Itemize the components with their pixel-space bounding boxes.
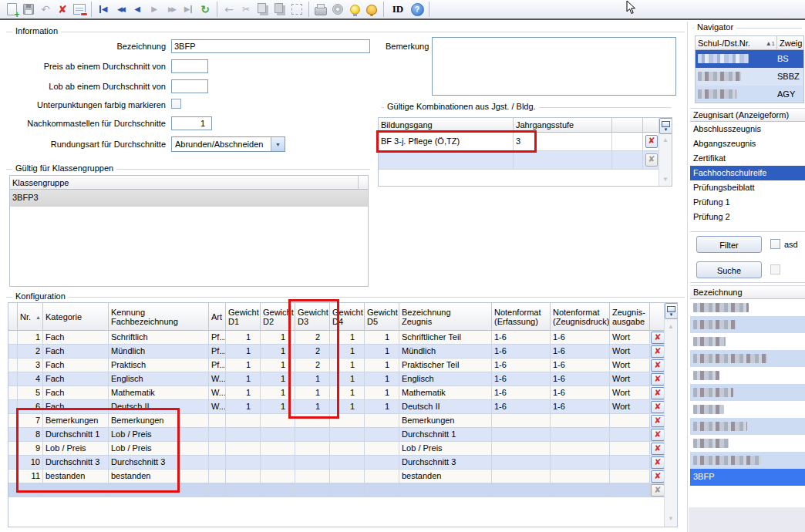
art-cell[interactable]: W...	[209, 386, 226, 400]
gewicht-d2-cell[interactable]: 1	[261, 400, 295, 414]
col-header-notenformat-zeugnisdruck[interactable]: Notenformat(Zeugnisdruck)	[551, 303, 610, 331]
save-icon[interactable]	[20, 1, 37, 18]
kategorie-cell[interactable]: Lob / Preis	[43, 442, 109, 456]
gewicht-d3-cell[interactable]: 2	[295, 331, 330, 345]
col-header-jahrgangsstufe[interactable]: Jahrgangsstufe	[514, 118, 612, 133]
nr-cell[interactable]: 2	[18, 345, 43, 359]
last-record-icon[interactable]: ▶	[180, 1, 197, 18]
delete-row-button[interactable]: ✘	[651, 484, 665, 497]
column-chooser-icon[interactable]: ▼	[659, 118, 672, 134]
gewicht-d3-cell[interactable]	[295, 414, 330, 428]
bezeichnung-item[interactable]	[690, 452, 805, 469]
bezeichnung-zeugnis-cell[interactable]: Mündlich	[399, 345, 492, 359]
konfiguration-scrollbar[interactable]: ▼ ▲ ▼	[664, 303, 677, 527]
gewicht-d4-cell[interactable]	[330, 483, 365, 497]
zeugnisausgabe-cell[interactable]: Wort	[610, 331, 650, 345]
art-cell[interactable]	[209, 428, 226, 442]
gewicht-d2-cell[interactable]	[261, 483, 295, 497]
gewicht-d4-cell[interactable]	[330, 456, 365, 470]
delete-row-button[interactable]: ✘	[645, 135, 658, 148]
scroll-up-icon[interactable]: ▲	[659, 136, 672, 143]
asd-checkbox[interactable]	[770, 239, 780, 249]
col-header-kennung[interactable]: KennungFachbezeichnung	[109, 303, 209, 331]
bezeichnung-zeugnis-cell[interactable]: Mathematik	[399, 386, 492, 400]
gewicht-d5-cell[interactable]: 1	[365, 359, 399, 372]
col-header-klassengruppe[interactable]: Klassengruppe	[10, 176, 359, 190]
row-selector-cell[interactable]	[8, 470, 18, 483]
unterpunktungen-checkbox[interactable]	[171, 99, 181, 109]
kennung-cell[interactable]: Mathematik	[109, 386, 209, 400]
row-selector-cell[interactable]	[8, 483, 18, 497]
nr-cell[interactable]: 8	[18, 428, 43, 442]
gewicht-d1-cell[interactable]: 1	[226, 372, 261, 386]
zeugnisausgabe-cell[interactable]	[610, 470, 650, 483]
jahrgangsstufe-cell[interactable]: 3	[514, 133, 612, 151]
hint-bulb-icon[interactable]	[346, 1, 363, 18]
gewicht-d1-cell[interactable]	[226, 442, 261, 456]
row-selector-cell[interactable]	[8, 442, 18, 456]
gewicht-d1-cell[interactable]: 1	[226, 359, 261, 372]
gewicht-d2-cell[interactable]	[261, 442, 295, 456]
row-selector-cell[interactable]	[8, 400, 18, 414]
bezeichnung-zeugnis-cell[interactable]: Schriftlicher Teil	[399, 331, 492, 345]
gewicht-d3-cell[interactable]: 1	[295, 400, 330, 414]
notenformat-erfassung-cell[interactable]: 1-6	[492, 345, 551, 359]
gewicht-d3-cell[interactable]	[295, 483, 330, 497]
zeugnisausgabe-cell[interactable]: Wort	[610, 359, 650, 372]
cut-icon[interactable]: ✂	[237, 1, 254, 18]
rundung-select[interactable]: Abrunden/Abschneiden ▼	[171, 136, 285, 152]
notenformat-erfassung-cell[interactable]: 1-6	[492, 386, 551, 400]
kombinationen-scrollbar[interactable]: ▼ ▲ ▼	[658, 118, 672, 186]
art-cell[interactable]: W...	[209, 400, 226, 414]
gewicht-d1-cell[interactable]	[226, 456, 261, 470]
notenformat-zeugnisdruck-cell[interactable]: 1-6	[551, 386, 610, 400]
gewicht-d2-cell[interactable]: 1	[261, 359, 295, 372]
col-header-gewicht-d5[interactable]: GewichtD5	[365, 303, 399, 331]
kategorie-cell[interactable]: Fach	[43, 400, 109, 414]
bildungsgang-cell[interactable]	[379, 151, 514, 170]
col-header-schulnr[interactable]: Schul-/Dst.Nr. ▲1	[696, 36, 777, 50]
jahrgangsstufe-cell[interactable]	[514, 151, 612, 170]
nr-cell[interactable]: 11	[18, 470, 43, 483]
gewicht-d5-cell[interactable]	[365, 483, 399, 497]
konfiguration-row[interactable]: 9 Lob / Preis Lob / Preis Lob / Preis ✘	[8, 442, 665, 456]
kennung-cell[interactable]: Schriftlich	[109, 331, 209, 345]
zeugnisausgabe-cell[interactable]	[610, 414, 650, 428]
zeugnisausgabe-cell[interactable]: Wort	[610, 400, 650, 414]
delete-row-button[interactable]: ✘	[651, 415, 665, 427]
klassengruppe-cell[interactable]: 3BFP3	[10, 190, 368, 207]
nr-cell[interactable]: 4	[18, 372, 43, 386]
kategorie-cell[interactable]: Bemerkungen	[43, 414, 109, 428]
konfiguration-row[interactable]: 3 Fach Praktisch Pf... 1 1 2 1 1 Praktis…	[8, 359, 665, 372]
print-icon[interactable]	[312, 1, 329, 18]
zeugnisart-item[interactable]: Zertifikat	[690, 151, 805, 166]
kategorie-cell[interactable]: Fach	[43, 359, 109, 372]
col-header-bildungsgang[interactable]: Bildungsgang	[379, 118, 514, 133]
bezeichnung-item[interactable]	[690, 384, 805, 401]
gewicht-d4-cell[interactable]	[330, 470, 365, 483]
bezeichnung-zeugnis-cell[interactable]: Praktischer Teil	[399, 359, 492, 372]
delete-row-button[interactable]: ✘	[651, 456, 665, 469]
suche-button[interactable]: Suche	[696, 261, 762, 278]
notenformat-zeugnisdruck-cell[interactable]: 1-6	[551, 345, 610, 359]
col-header-gewicht-d1[interactable]: GewichtD1	[226, 303, 261, 331]
delete-icon[interactable]: ✘	[54, 1, 71, 18]
row-selector-cell[interactable]	[8, 331, 18, 345]
bezeichnung-item[interactable]	[690, 367, 805, 384]
column-chooser-icon[interactable]: ▼	[665, 303, 678, 319]
art-cell[interactable]	[209, 456, 226, 470]
scroll-down-icon[interactable]: ▼	[665, 515, 677, 522]
zweig-cell[interactable]: SBBZ	[777, 68, 804, 86]
art-cell[interactable]: Pf...	[209, 345, 226, 359]
gewicht-d5-cell[interactable]: 1	[365, 331, 399, 345]
gewicht-d1-cell[interactable]	[226, 414, 261, 428]
konfiguration-row[interactable]: 1 Fach Schriftlich Pf... 1 1 2 1 1 Schri…	[8, 331, 665, 345]
row-selector-cell[interactable]	[8, 428, 18, 442]
gewicht-d4-cell[interactable]: 1	[330, 400, 365, 414]
art-cell[interactable]: W...	[209, 372, 226, 386]
bezeichnung-item[interactable]	[690, 418, 805, 435]
kombination-row[interactable]: BF 3-j. Pflege (Ö,TZ) 3 ✘	[379, 133, 660, 151]
bezeichnung-zeugnis-cell[interactable]	[399, 483, 492, 497]
kombination-row[interactable]: ✘	[379, 151, 660, 170]
kennung-cell[interactable]: Durchschnitt 3	[109, 456, 209, 470]
